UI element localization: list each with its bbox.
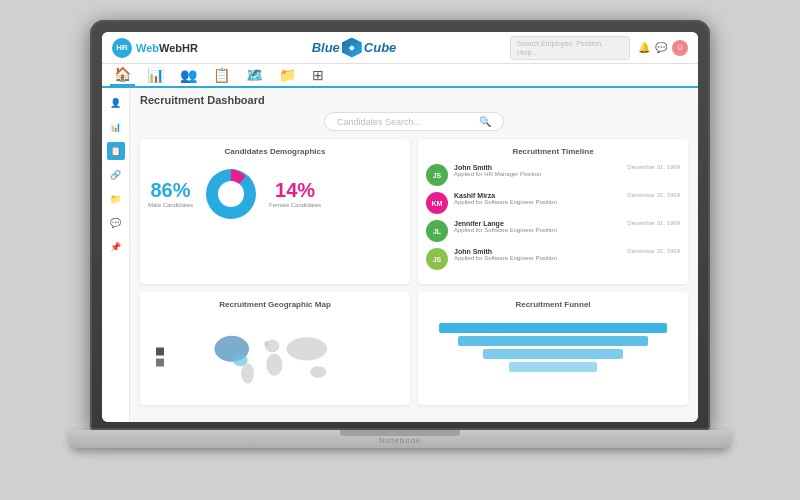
timeline-card: Recruitment Timeline JS John Smith Appli… [418,139,688,284]
svg-point-9 [264,341,268,346]
candidates-search: Candidates Search... 🔍 [140,112,688,131]
bottom-row: Recruitment Geographic Map [140,292,688,405]
svg-point-1 [218,181,244,207]
geo-map-card: Recruitment Geographic Map [140,292,410,405]
timeline-title: Recruitment Timeline [426,147,680,156]
timeline-detail: Applied for HR Manager Position [454,171,621,177]
sidebar-icon-5[interactable]: 📁 [107,190,125,208]
app-body: 👤 📊 📋 🔗 📁 💬 📌 Recruitment Dashboard [102,88,698,422]
nav-docs[interactable]: 📋 [209,65,234,85]
header-icons: 🔔 💬 U [638,40,688,56]
chat-icon[interactable]: 💬 [655,42,667,54]
app-nav: 🏠 📊 👥 📋 🗺️ 📁 ⊞ [102,64,698,88]
timeline-detail: Applied for Software Engineer Position [454,199,621,205]
male-percent: 86% [151,179,191,202]
stat-male: 86% Male Candidates [148,179,193,210]
timeline-name: Jennifer Lange [454,220,621,227]
timeline-name: John Smith [454,164,621,171]
app-container: HR WebWebHR Blue ◆ [102,32,698,422]
timeline-info: John Smith Applied for Software Engineer… [454,248,621,261]
timeline-name: Kashif Mirza [454,192,621,199]
timeline-date: December 31, 1969 [627,192,680,198]
header-logo: HR WebWebHR [112,38,198,58]
webhr-logo-icon: HR [112,38,132,58]
timeline-item: JS John Smith Applied for Software Engin… [426,248,680,270]
timeline-date: December 31, 1969 [627,164,680,170]
timeline-info: Kashif Mirza Applied for Software Engine… [454,192,621,205]
chart-section: 86% Male Candidates [148,164,402,224]
nav-map[interactable]: 🗺️ [242,65,267,85]
laptop-screen-shell: HR WebWebHR Blue ◆ [90,20,710,430]
demographics-card: Candidates Demographics 86% Male Candida… [140,139,410,284]
funnel-title: Recruitment Funnel [426,300,680,309]
timeline-item: JL Jennifer Lange Applied for Software E… [426,220,680,242]
female-percent: 14% [275,179,315,202]
pie-chart [201,164,261,224]
timeline-info: John Smith Applied for HR Manager Positi… [454,164,621,177]
female-label: Female Candidates [269,202,321,210]
laptop-base: Notebook [70,430,730,448]
timeline-avatar: KM [426,192,448,214]
screen-content: HR WebWebHR Blue ◆ [102,32,698,422]
page-title: Recruitment Dashboard [140,94,688,106]
sidebar-icon-3[interactable]: 📋 [107,142,125,160]
laptop-base-label: Notebook [379,436,421,445]
cube-icon: ◆ [342,38,362,58]
world-map-svg [148,320,402,395]
nav-analytics[interactable]: 📊 [143,65,168,85]
timeline-avatar: JL [426,220,448,242]
svg-point-8 [310,366,326,378]
header-right: Search Employee, Position, Help... 🔔 💬 U [510,36,688,60]
funnel-content [426,317,680,377]
sidebar-icon-1[interactable]: 👤 [107,94,125,112]
demographics-title: Candidates Demographics [148,147,402,156]
nav-files[interactable]: 📁 [275,65,300,85]
header-search[interactable]: Search Employee, Position, Help... [510,36,630,60]
sidebar-icon-6[interactable]: 💬 [107,214,125,232]
sidebar-icon-4[interactable]: 🔗 [107,166,125,184]
funnel-card: Recruitment Funnel [418,292,688,405]
geo-map-title: Recruitment Geographic Map [148,300,402,309]
timeline-item: KM Kashif Mirza Applied for Software Eng… [426,192,680,214]
dashboard-grid: Candidates Demographics 86% Male Candida… [140,139,688,284]
svg-point-4 [241,363,254,383]
sidebar: 👤 📊 📋 🔗 📁 💬 📌 [102,88,130,422]
laptop: HR WebWebHR Blue ◆ [60,20,740,480]
nav-grid[interactable]: ⊞ [308,65,328,85]
map-container [148,317,402,397]
timeline-info: Jennifer Lange Applied for Software Engi… [454,220,621,233]
sidebar-icon-2[interactable]: 📊 [107,118,125,136]
timeline-name: John Smith [454,248,621,255]
timeline-date: December 31, 1969 [627,248,680,254]
timeline-item: JS John Smith Applied for HR Manager Pos… [426,164,680,186]
laptop-screen-bezel: HR WebWebHR Blue ◆ [102,32,698,422]
bell-icon[interactable]: 🔔 [638,42,650,54]
timeline-list: JS John Smith Applied for HR Manager Pos… [426,164,680,270]
timeline-detail: Applied for Software Engineer Position [454,227,621,233]
nav-home[interactable]: 🏠 [110,64,135,86]
stat-female: 14% Female Candidates [269,179,321,210]
nav-employees[interactable]: 👥 [176,65,201,85]
timeline-detail: Applied for Software Engineer Position [454,255,621,261]
funnel-bar-2 [458,336,649,346]
search-icon[interactable]: 🔍 [479,116,491,127]
candidates-search-bar[interactable]: Candidates Search... 🔍 [324,112,504,131]
timeline-avatar: JS [426,164,448,186]
funnel-bar-1 [439,323,668,333]
main-content: Recruitment Dashboard Candidates Search.… [130,88,698,422]
webhr-logo-text: WebWebHR [136,42,198,54]
blue-text: Blue [312,40,340,55]
timeline-avatar: JS [426,248,448,270]
funnel-bar-3 [483,349,623,359]
svg-point-7 [287,337,327,360]
funnel-bar-4 [509,362,598,372]
timeline-date: December 31, 1969 [627,220,680,226]
male-label: Male Candidates [148,202,193,210]
cube-text: Cube [364,40,397,55]
user-avatar[interactable]: U [672,40,688,56]
blue-cube-logo: Blue ◆ Cube [312,38,397,58]
app-header: HR WebWebHR Blue ◆ [102,32,698,64]
header-center: Blue ◆ Cube [312,38,397,58]
svg-point-6 [266,353,282,375]
sidebar-icon-7[interactable]: 📌 [107,238,125,256]
